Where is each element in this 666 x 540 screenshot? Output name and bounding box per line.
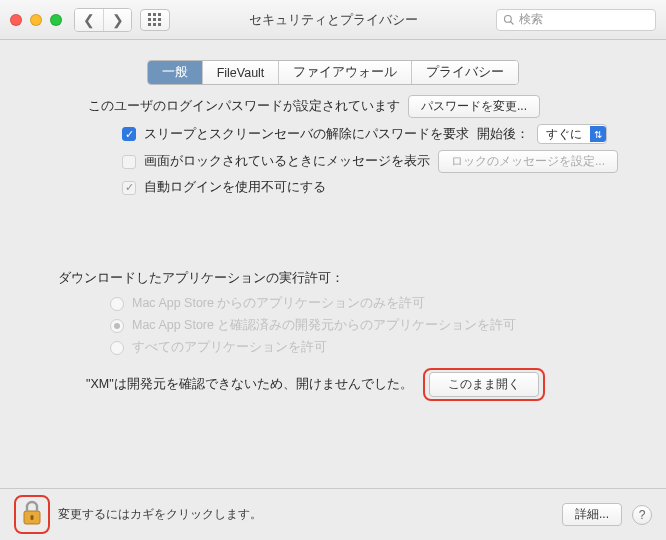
radio-identified [110, 319, 124, 333]
advanced-button[interactable]: 詳細... [562, 503, 622, 526]
svg-rect-1 [153, 13, 156, 16]
radio-anywhere [110, 341, 124, 355]
lock-button[interactable] [21, 500, 43, 529]
svg-rect-4 [153, 18, 156, 21]
search-placeholder: 検索 [519, 11, 543, 28]
tab-firewall[interactable]: ファイアウォール [278, 61, 411, 84]
delay-value: すぐに [546, 126, 582, 143]
search-icon [503, 14, 515, 26]
disable-autologin-row: 自動ログインを使用不可にする [122, 179, 636, 196]
lock-highlight [14, 495, 50, 534]
svg-rect-2 [158, 13, 161, 16]
svg-rect-6 [148, 23, 151, 26]
blocked-app-message: "XM"は開発元を確認できないため、開けませんでした。 [86, 376, 413, 393]
password-set-label: このユーザのログインパスワードが設定されています [88, 98, 400, 115]
show-all-button[interactable] [140, 9, 170, 31]
tab-general[interactable]: 一般 [148, 61, 202, 84]
disable-autologin-label: 自動ログインを使用不可にする [144, 179, 326, 196]
back-button[interactable]: ❮ [75, 9, 103, 31]
help-button[interactable]: ? [632, 505, 652, 525]
minimize-window-icon[interactable] [30, 14, 42, 26]
blocked-app-row: "XM"は開発元を確認できないため、開けませんでした。 このまま開く [86, 368, 636, 401]
gatekeeper-option-identified: Mac App Store と確認済みの開発元からのアプリケーションを許可 [110, 317, 636, 334]
zoom-window-icon[interactable] [50, 14, 62, 26]
tab-privacy[interactable]: プライバシー [411, 61, 518, 84]
gatekeeper-option-anywhere: すべてのアプリケーションを許可 [110, 339, 636, 356]
radio-appstore [110, 297, 124, 311]
require-password-row: スリープとスクリーンセーバの解除にパスワードを要求 開始後： すぐに ⇅ [122, 124, 636, 144]
footer: 変更するにはカギをクリックします。 詳細... ? [0, 488, 666, 540]
open-anyway-button[interactable]: このまま開く [429, 372, 539, 397]
chevron-updown-icon: ⇅ [590, 126, 606, 142]
after-label: 開始後： [477, 126, 529, 143]
password-set-row: このユーザのログインパスワードが設定されています パスワードを変更... [88, 95, 636, 118]
svg-rect-3 [148, 18, 151, 21]
require-password-checkbox[interactable] [122, 127, 136, 141]
disable-autologin-checkbox[interactable] [122, 181, 136, 195]
grid-icon [148, 13, 162, 27]
window-controls [10, 14, 62, 26]
lock-message-checkbox[interactable] [122, 155, 136, 169]
lock-message: 変更するにはカギをクリックします。 [58, 506, 262, 523]
titlebar: ❮ ❯ セキュリティとプライバシー 検索 [0, 0, 666, 40]
radio-identified-label: Mac App Store と確認済みの開発元からのアプリケーションを許可 [132, 317, 516, 334]
tab-filevault[interactable]: FileVault [202, 61, 279, 84]
nav-buttons: ❮ ❯ [74, 8, 132, 32]
lock-icon [21, 500, 43, 526]
change-password-button[interactable]: パスワードを変更... [408, 95, 540, 118]
gatekeeper-title: ダウンロードしたアプリケーションの実行許可： [58, 270, 636, 287]
close-window-icon[interactable] [10, 14, 22, 26]
svg-rect-12 [31, 515, 34, 520]
svg-point-9 [505, 15, 512, 22]
lock-message-label: 画面がロックされているときにメッセージを表示 [144, 153, 430, 170]
forward-button[interactable]: ❯ [103, 9, 131, 31]
svg-rect-8 [158, 23, 161, 26]
svg-rect-5 [158, 18, 161, 21]
svg-line-10 [511, 21, 514, 24]
set-lock-message-button: ロックのメッセージを設定... [438, 150, 618, 173]
svg-rect-7 [153, 23, 156, 26]
gatekeeper-option-appstore: Mac App Store からのアプリケーションのみを許可 [110, 295, 636, 312]
open-anyway-highlight: このまま開く [423, 368, 545, 401]
radio-appstore-label: Mac App Store からのアプリケーションのみを許可 [132, 295, 425, 312]
tab-bar: 一般 FileVault ファイアウォール プライバシー [0, 60, 666, 85]
delay-select[interactable]: すぐに ⇅ [537, 124, 607, 144]
content-area: このユーザのログインパスワードが設定されています パスワードを変更... スリー… [0, 95, 666, 401]
require-password-label: スリープとスクリーンセーバの解除にパスワードを要求 [144, 126, 469, 143]
radio-anywhere-label: すべてのアプリケーションを許可 [132, 339, 327, 356]
search-field[interactable]: 検索 [496, 9, 656, 31]
svg-rect-0 [148, 13, 151, 16]
lock-message-row: 画面がロックされているときにメッセージを表示 ロックのメッセージを設定... [122, 150, 636, 173]
